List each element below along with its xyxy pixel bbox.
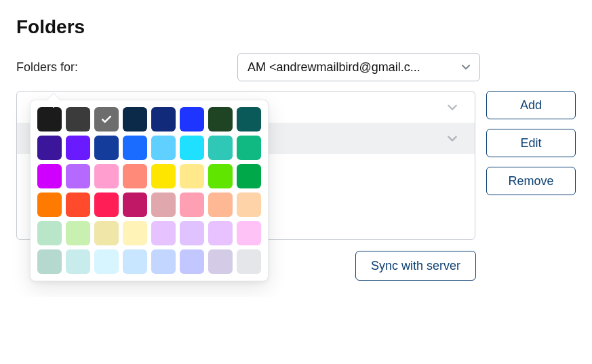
color-swatch[interactable] [237, 193, 261, 217]
sync-button[interactable]: Sync with server [355, 251, 476, 281]
color-swatch[interactable] [237, 107, 261, 132]
color-swatch[interactable] [180, 164, 204, 188]
color-swatch[interactable] [123, 221, 147, 245]
color-swatch[interactable] [94, 136, 119, 160]
chevron-down-icon [460, 62, 471, 73]
color-swatch[interactable] [94, 221, 119, 245]
color-swatch[interactable] [237, 164, 261, 188]
color-swatch[interactable] [151, 107, 176, 132]
color-swatch[interactable] [151, 221, 176, 245]
color-swatch[interactable] [208, 193, 233, 217]
color-swatch[interactable] [37, 221, 62, 245]
edit-button[interactable]: Edit [486, 129, 576, 157]
color-swatch[interactable] [123, 164, 147, 188]
color-swatch-grid [37, 107, 261, 274]
color-swatch[interactable] [66, 193, 90, 217]
color-swatch[interactable] [94, 107, 119, 132]
color-swatch[interactable] [180, 136, 204, 160]
color-swatch[interactable] [94, 164, 119, 188]
color-swatch[interactable] [151, 193, 176, 217]
chevron-down-icon[interactable] [446, 101, 458, 113]
chevron-down-icon[interactable] [446, 132, 458, 144]
color-swatch[interactable] [123, 249, 147, 274]
check-icon [100, 113, 113, 126]
color-swatch[interactable] [94, 249, 119, 274]
color-swatch[interactable] [208, 221, 233, 245]
color-swatch[interactable] [180, 221, 204, 245]
color-swatch[interactable] [151, 164, 176, 188]
color-swatch[interactable] [151, 136, 176, 160]
color-swatch[interactable] [208, 136, 233, 160]
color-swatch[interactable] [237, 136, 261, 160]
color-swatch[interactable] [66, 136, 90, 160]
color-swatch[interactable] [123, 107, 147, 132]
color-swatch[interactable] [180, 249, 204, 274]
color-swatch[interactable] [208, 164, 233, 188]
color-swatch[interactable] [237, 249, 261, 274]
color-picker-popover [30, 100, 269, 281]
color-swatch[interactable] [66, 107, 90, 132]
color-swatch[interactable] [208, 107, 233, 132]
color-swatch[interactable] [37, 164, 62, 188]
color-swatch[interactable] [123, 136, 147, 160]
add-button[interactable]: Add [486, 91, 576, 119]
account-dropdown-value: AM <andrewmailbird@gmail.c... [248, 60, 420, 75]
color-swatch[interactable] [208, 249, 233, 274]
color-swatch[interactable] [94, 193, 119, 217]
color-swatch[interactable] [66, 249, 90, 274]
account-selector-row: Folders for: AM <andrewmailbird@gmail.c.… [16, 53, 576, 81]
color-swatch[interactable] [66, 221, 90, 245]
side-buttons: Add Edit Remove [486, 91, 576, 195]
page-title: Folders [16, 16, 576, 38]
color-swatch[interactable] [237, 221, 261, 245]
remove-button[interactable]: Remove [486, 167, 576, 195]
color-swatch[interactable] [37, 107, 62, 132]
account-dropdown[interactable]: AM <andrewmailbird@gmail.c... [237, 53, 480, 81]
color-swatch[interactable] [151, 249, 176, 274]
color-swatch[interactable] [123, 193, 147, 217]
color-swatch[interactable] [37, 136, 62, 160]
color-swatch[interactable] [180, 107, 204, 132]
color-swatch[interactable] [180, 193, 204, 217]
color-swatch[interactable] [37, 193, 62, 217]
color-swatch[interactable] [66, 164, 90, 188]
account-selector-label: Folders for: [16, 60, 228, 75]
color-swatch[interactable] [37, 249, 62, 274]
